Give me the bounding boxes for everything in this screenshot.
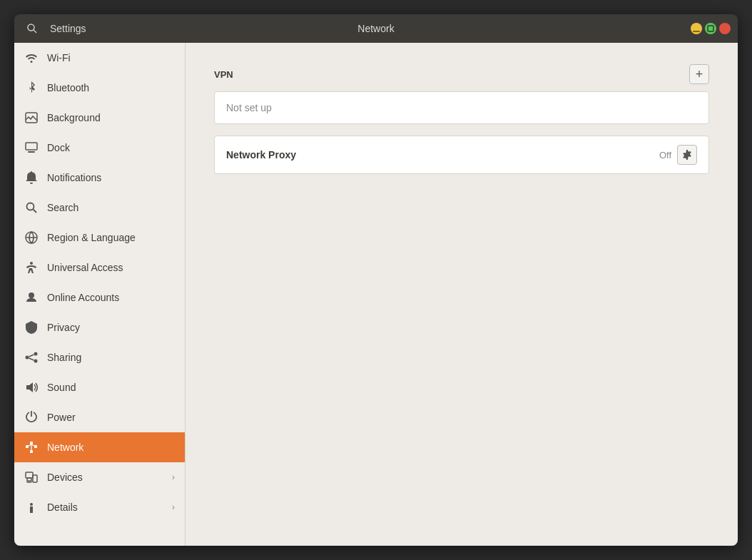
sidebar-item-universal[interactable]: Universal Access xyxy=(14,253,185,282)
vpn-title: VPN xyxy=(214,69,233,80)
svg-rect-2 xyxy=(693,31,700,32)
main-content: VPN + Not set up Network Proxy Off xyxy=(186,43,738,546)
privacy-label: Privacy xyxy=(47,322,175,333)
sidebar-item-background[interactable]: Background xyxy=(14,103,185,133)
details-icon xyxy=(24,500,39,514)
svg-point-0 xyxy=(28,24,34,31)
sidebar-item-search[interactable]: Search xyxy=(14,193,185,223)
titlebar-right xyxy=(559,23,731,34)
svg-point-29 xyxy=(30,503,33,506)
titlebar-left: Settings xyxy=(21,18,193,39)
sharing-icon xyxy=(24,350,39,365)
background-label: Background xyxy=(47,112,175,123)
universal-label: Universal Access xyxy=(47,262,175,273)
sidebar-item-sound[interactable]: Sound xyxy=(14,372,185,402)
svg-rect-5 xyxy=(26,143,37,150)
details-chevron: › xyxy=(172,502,175,512)
proxy-status: Off xyxy=(659,150,671,161)
svg-line-1 xyxy=(34,30,36,33)
sidebar-item-power[interactable]: Power xyxy=(14,402,185,432)
svg-point-12 xyxy=(34,352,38,356)
devices-label: Devices xyxy=(47,472,163,483)
network-icon xyxy=(24,440,39,454)
titlebar-search-button[interactable] xyxy=(21,18,43,39)
dock-label: Dock xyxy=(47,142,175,153)
sharing-label: Sharing xyxy=(47,352,175,363)
universal-icon xyxy=(24,260,39,275)
sidebar-item-details[interactable]: Details › xyxy=(14,492,185,522)
proxy-settings-button[interactable] xyxy=(677,145,697,165)
accounts-icon xyxy=(24,290,39,305)
svg-point-10 xyxy=(30,262,33,265)
svg-rect-25 xyxy=(26,472,33,478)
sidebar-item-notifications[interactable]: Notifications xyxy=(14,163,185,193)
power-icon xyxy=(24,410,39,424)
window-title: Network xyxy=(193,23,559,34)
settings-window: Settings Network xyxy=(14,14,738,546)
body: Wi-Fi Bluetooth Backgro xyxy=(14,43,738,546)
search-label: Search xyxy=(47,202,175,213)
svg-rect-6 xyxy=(28,151,35,153)
svg-rect-21 xyxy=(30,442,33,444)
sidebar-item-accounts[interactable]: Online Accounts xyxy=(14,282,185,312)
notifications-label: Notifications xyxy=(47,172,175,183)
power-label: Power xyxy=(47,412,175,423)
devices-icon xyxy=(24,470,39,484)
sound-label: Sound xyxy=(47,382,175,393)
proxy-row: Network Proxy Off xyxy=(215,136,708,173)
sidebar-item-dock[interactable]: Dock xyxy=(14,133,185,163)
devices-chevron: › xyxy=(172,472,175,482)
details-label: Details xyxy=(47,502,163,513)
svg-line-8 xyxy=(34,210,37,213)
vpn-add-button[interactable]: + xyxy=(689,64,709,84)
vpn-status-text: Not set up xyxy=(226,102,272,113)
wifi-icon xyxy=(24,51,39,65)
close-button[interactable] xyxy=(719,23,731,34)
proxy-label: Network Proxy xyxy=(226,149,659,161)
svg-point-13 xyxy=(26,356,29,360)
bluetooth-label: Bluetooth xyxy=(47,82,175,93)
sidebar-item-sharing[interactable]: Sharing xyxy=(14,342,185,372)
svg-rect-18 xyxy=(30,450,33,453)
sound-icon xyxy=(24,380,39,394)
accounts-label: Online Accounts xyxy=(47,292,175,303)
svg-point-14 xyxy=(34,360,38,363)
region-icon xyxy=(24,230,39,245)
background-icon xyxy=(24,111,39,125)
sidebar-item-network[interactable]: Network xyxy=(14,432,185,462)
sidebar-item-privacy[interactable]: Privacy xyxy=(14,312,185,342)
svg-line-16 xyxy=(29,358,34,360)
sidebar-item-wifi[interactable]: Wi-Fi xyxy=(14,43,185,73)
sidebar: Wi-Fi Bluetooth Backgro xyxy=(14,43,186,546)
sidebar-item-region[interactable]: Region & Language xyxy=(14,223,185,253)
svg-line-15 xyxy=(29,355,34,357)
wifi-label: Wi-Fi xyxy=(47,52,175,63)
maximize-button[interactable] xyxy=(705,23,716,34)
privacy-icon xyxy=(24,320,39,335)
vpn-section-header: VPN + xyxy=(214,64,709,84)
network-label: Network xyxy=(47,442,175,453)
svg-rect-3 xyxy=(708,26,713,31)
region-label: Region & Language xyxy=(47,232,175,243)
svg-point-7 xyxy=(27,203,34,210)
svg-rect-26 xyxy=(33,475,37,482)
bluetooth-icon xyxy=(24,81,39,95)
search-icon xyxy=(24,200,39,215)
dock-icon xyxy=(24,141,39,155)
minimize-button[interactable] xyxy=(691,23,702,34)
svg-rect-28 xyxy=(27,478,31,482)
svg-point-11 xyxy=(29,292,34,298)
bell-icon xyxy=(24,170,39,185)
vpn-not-set-up-row: Not set up xyxy=(215,92,708,123)
sidebar-item-devices[interactable]: Devices › xyxy=(14,462,185,492)
sidebar-item-bluetooth[interactable]: Bluetooth xyxy=(14,73,185,103)
vpn-card: Not set up xyxy=(214,91,709,124)
proxy-card: Network Proxy Off xyxy=(214,136,709,174)
titlebar: Settings Network xyxy=(14,14,738,43)
sidebar-title: Settings xyxy=(50,23,86,34)
